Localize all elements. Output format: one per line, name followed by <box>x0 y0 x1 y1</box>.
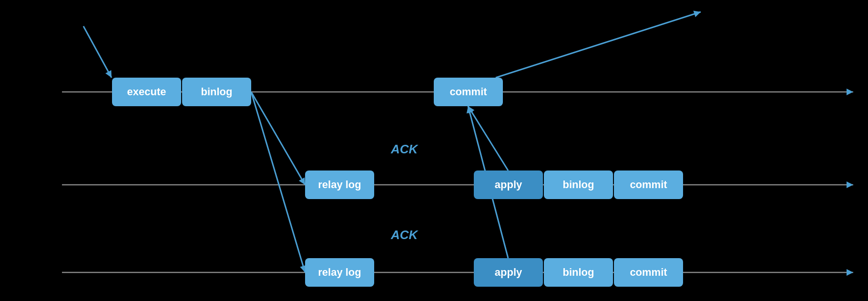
commit1-box: commit <box>434 78 503 106</box>
binlog3-box: binlog <box>544 258 613 287</box>
binlog1-box: binlog <box>182 78 251 106</box>
relay-log1-box: relay log <box>305 171 374 199</box>
ack2-label: ACK <box>391 228 418 242</box>
ack1-label: ACK <box>391 142 418 157</box>
commit3-box: commit <box>614 258 683 287</box>
commit2-box: commit <box>614 171 683 199</box>
apply1-box: apply <box>474 171 543 199</box>
binlog2-box: binlog <box>544 171 613 199</box>
execute-box: execute <box>112 78 181 106</box>
relay-log2-box: relay log <box>305 258 374 287</box>
apply2-box: apply <box>474 258 543 287</box>
